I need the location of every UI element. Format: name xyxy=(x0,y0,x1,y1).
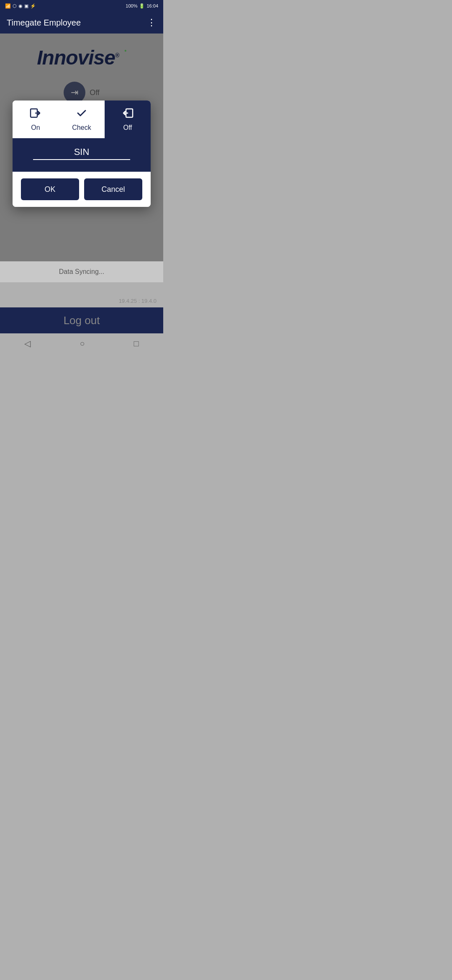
action-dialog: On Check xyxy=(13,101,151,207)
bottom-area: Data Syncing... 19.4.25 : 19.4.0 Log out… xyxy=(0,261,163,353)
cancel-button[interactable]: Cancel xyxy=(84,178,142,200)
dialog-buttons-row: OK Cancel xyxy=(13,172,151,207)
nav-home-icon[interactable]: ○ xyxy=(80,339,85,348)
on-tab-icon xyxy=(30,107,41,121)
content-area: Innovise® ● ⇥ Off xyxy=(0,34,163,261)
ok-button[interactable]: OK xyxy=(21,178,79,200)
top-bar: Timegate Employee ⋮ xyxy=(0,12,163,34)
app-page: 📶 ⬡ ◉ ▣ ⚡ 100% 🔋 16:04 Timegate Employee… xyxy=(0,0,163,353)
status-right: 100% 🔋 16:04 xyxy=(126,3,158,9)
app-title: Timegate Employee xyxy=(7,18,81,28)
sync-text: Data Syncing... xyxy=(59,268,105,275)
spacer-area: 19.4.25 : 19.4.0 xyxy=(0,282,163,307)
dialog-tabs-row: On Check xyxy=(13,101,151,138)
sin-input[interactable] xyxy=(33,147,130,160)
tab-on[interactable]: On xyxy=(13,101,59,138)
location-icon: ◉ xyxy=(18,3,23,9)
usb-icon: ⚡ xyxy=(30,3,36,9)
off-tab-icon xyxy=(122,107,134,121)
tab-check[interactable]: Check xyxy=(59,101,105,138)
status-left: 📶 ⬡ ◉ ▣ ⚡ xyxy=(5,3,36,9)
nfc-icon: ▣ xyxy=(24,3,28,9)
nav-recent-icon[interactable]: □ xyxy=(134,339,139,348)
bluetooth-icon: ⬡ xyxy=(13,3,17,9)
logout-button[interactable]: Log out xyxy=(0,307,163,333)
off-tab-label: Off xyxy=(123,124,132,132)
battery-icon: 🔋 xyxy=(139,3,145,9)
sync-bar: Data Syncing... xyxy=(0,261,163,282)
menu-button[interactable]: ⋮ xyxy=(147,17,157,28)
nav-bar: ◁ ○ □ xyxy=(0,333,163,353)
check-tab-icon xyxy=(76,107,87,121)
check-tab-label: Check xyxy=(72,124,91,132)
battery-text: 100% xyxy=(126,3,137,8)
tab-off[interactable]: Off xyxy=(105,101,151,138)
signal-icon: 📶 xyxy=(5,3,11,9)
version-text: 19.4.25 : 19.4.0 xyxy=(119,298,157,304)
time-text: 16:04 xyxy=(146,3,158,8)
nav-back-icon[interactable]: ◁ xyxy=(24,338,31,348)
dialog-input-area xyxy=(13,138,151,172)
on-tab-label: On xyxy=(31,124,40,132)
status-bar: 📶 ⬡ ◉ ▣ ⚡ 100% 🔋 16:04 xyxy=(0,0,163,12)
